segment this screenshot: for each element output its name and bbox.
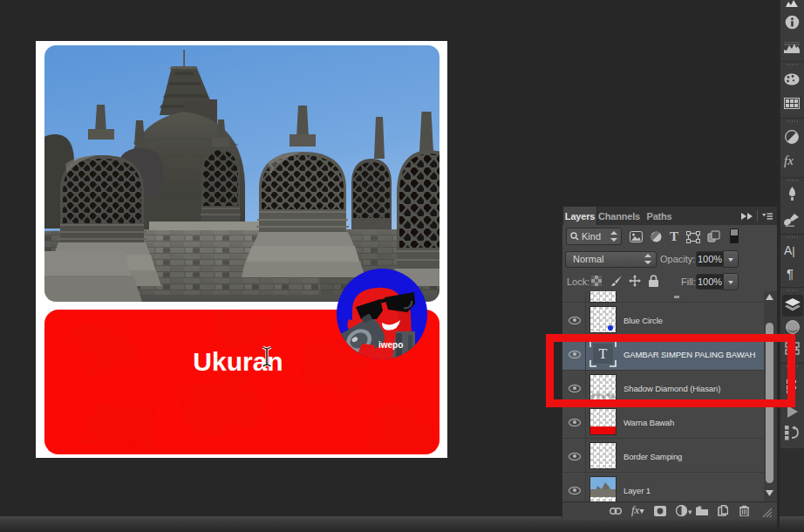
svg-text:iwepo: iwepo bbox=[378, 340, 403, 350]
